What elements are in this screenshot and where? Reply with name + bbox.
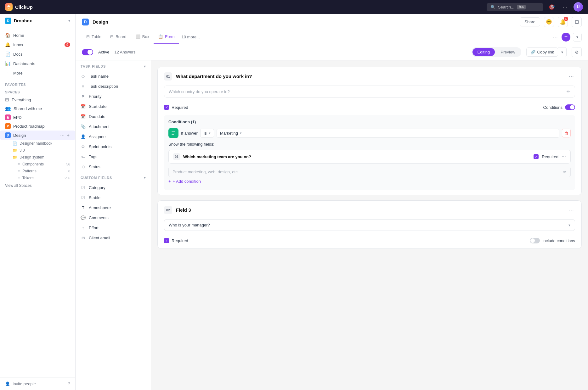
search-bar[interactable]: 🔍 Search... ⌘K [487, 3, 543, 11]
add-condition-btn[interactable]: + + Add condition [168, 177, 571, 186]
field1-footer: Required Conditions [158, 101, 581, 115]
sidebar-item-patterns[interactable]: ≡ Patterns 8 [0, 168, 75, 175]
field2-include-conditions-row: Include conditions [530, 238, 575, 243]
sidebar-item-tokens[interactable]: ≡ Tokens 256 [0, 175, 75, 181]
delete-condition-btn[interactable]: 🗑 [562, 129, 571, 137]
field-item-effort[interactable]: ↕ Effort [76, 223, 151, 233]
add-field-btn[interactable]: + [562, 33, 570, 42]
field-item-start-date[interactable]: 📅 Start date [76, 101, 151, 111]
pencil-icon-2: ✏ [563, 170, 567, 174]
field-item-task-name[interactable]: ◇ Task name [76, 71, 151, 81]
copy-link-btn[interactable]: 🔗 Copy link [526, 47, 558, 57]
design-more-btn[interactable]: ⋯ [59, 132, 65, 138]
field1-conditions-toggle[interactable] [565, 104, 575, 110]
field-item-attachment[interactable]: 📎 Attachment [76, 121, 151, 131]
field-item-priority[interactable]: ⚑ Priority [76, 91, 151, 101]
field-item-due-date[interactable]: 📅 Due date [76, 111, 151, 121]
conditions-title: Conditions (1) [168, 120, 571, 124]
workspace-header[interactable]: D Dropbox ▾ [0, 14, 75, 28]
operator-select[interactable]: Is ▾ [200, 129, 214, 138]
cond-field-menu-btn[interactable]: ⋯ [562, 154, 566, 159]
sidebar-item-docs[interactable]: 📄 Docs [0, 49, 75, 59]
task-fields-header[interactable]: TASK FIELDS ▾ [76, 60, 151, 71]
tab-board-label: Board [116, 34, 127, 39]
sidebar-docs-label: Docs [13, 52, 70, 57]
sidebar-item-design[interactable]: D Design ⋯ + [0, 131, 75, 140]
tab-table[interactable]: ⊞ Table [82, 30, 106, 44]
tab-board[interactable]: ⊟ Board [106, 30, 131, 44]
tab-form[interactable]: 📋 Form [154, 30, 179, 44]
field2-include-conditions-toggle[interactable] [530, 238, 540, 243]
field1-menu-btn[interactable]: ⋯ [568, 72, 575, 81]
settings-btn[interactable]: ⚙ [572, 47, 582, 57]
avatar[interactable]: U [574, 2, 583, 12]
field-item-comments[interactable]: 💬 Comments [76, 213, 151, 223]
target-icon-btn[interactable]: 🎯 [547, 2, 557, 12]
list-icon-3: ≡ [18, 176, 20, 180]
sidebar-item-epd[interactable]: E EPD [0, 113, 75, 122]
collapse-btn[interactable]: ▾ [573, 33, 582, 42]
field1-input[interactable]: Which country do you operate in? ✏ [164, 86, 575, 98]
workspace-arrow: ▾ [68, 19, 70, 23]
due-date-icon: 📅 [81, 114, 86, 119]
table-icon: ⊞ [86, 34, 90, 39]
tabs-more-btn[interactable]: 10 more... [179, 35, 203, 39]
field1-required-checkbox[interactable] [164, 105, 169, 110]
field2-select[interactable]: Who is your manager? ▾ [164, 219, 575, 231]
product-roadmap-label: Product roadmap [13, 124, 45, 129]
sidebar-item-inbox[interactable]: 🔔 Inbox 9 [0, 40, 75, 49]
field-item-assignee[interactable]: 👤 Assignee [76, 131, 151, 142]
notifications-btn[interactable]: 🔔 1 [558, 17, 568, 27]
app-logo[interactable]: ClickUp [5, 3, 33, 11]
view-all-spaces[interactable]: View all Spaces [0, 181, 75, 190]
editing-btn[interactable]: Editing [472, 48, 495, 56]
pencil-icon-1[interactable]: ✏ [567, 89, 570, 94]
list-icon-2: ≡ [18, 169, 20, 173]
sidebar-item-more[interactable]: ⋯ More [0, 68, 75, 78]
target-icon: 🎯 [549, 4, 555, 10]
start-date-icon: 📅 [81, 104, 86, 109]
cond-required-checkbox[interactable] [534, 154, 539, 159]
invite-icon: 👤 [5, 382, 10, 386]
cond-field-input[interactable]: Product marketing, web, design, etc. ✏ [168, 167, 571, 177]
tabs-menu-btn[interactable]: ⋯ [551, 33, 559, 41]
sidebar-item-designer-handbook[interactable]: 📄 Designer handbook [0, 140, 75, 147]
field-item-sprint-points[interactable]: ⚙ Sprint points [76, 142, 151, 152]
preview-btn[interactable]: Preview [495, 48, 520, 56]
sprint-points-label: Sprint points [89, 144, 111, 149]
sidebar-item-everything[interactable]: ⊞ Everything [0, 95, 75, 104]
active-toggle[interactable] [82, 49, 93, 55]
field-item-atmosphere[interactable]: T Atmoshpere [76, 203, 151, 213]
sidebar-item-product-roadmap[interactable]: P Product roadmap [0, 122, 75, 131]
custom-fields-header[interactable]: CUSTOM FIELDS ▾ [76, 172, 151, 182]
field-item-client-email[interactable]: ✉ Client email [76, 233, 151, 243]
sidebar-item-dashboards[interactable]: 📊 Dashboards [0, 59, 75, 68]
emoji-btn[interactable]: 😊 [544, 17, 554, 27]
sidebar-item-shared[interactable]: 👥 Shared with me [0, 104, 75, 113]
condition-value-select[interactable]: Marketing ▾ [217, 129, 559, 138]
sidebar-item-3-0[interactable]: 📁 3.0 [0, 147, 75, 154]
operator-value: Is [204, 131, 207, 136]
share-button[interactable]: Share [520, 17, 540, 26]
copy-link-chevron-btn[interactable]: ▾ [558, 47, 567, 57]
field2-menu-btn[interactable]: ⋯ [568, 206, 575, 214]
field-item-task-description[interactable]: ≡ Task description [76, 81, 151, 91]
status-icon: ⊙ [81, 164, 86, 169]
field-item-status[interactable]: ⊙ Status [76, 162, 151, 172]
sidebar-item-home[interactable]: 🏠 Home [0, 31, 75, 40]
sidebar-item-components[interactable]: ≡ Components 56 [0, 161, 75, 168]
field-item-stable[interactable]: ☑ Stable [76, 192, 151, 203]
sidebar-item-design-system[interactable]: 📁 Design system [0, 154, 75, 161]
if-answer-label: If answer [181, 131, 198, 136]
doc-icon: 📄 [13, 141, 17, 146]
design-add-btn[interactable]: + [66, 132, 70, 138]
field-item-category[interactable]: ☑ Category [76, 182, 151, 192]
page-header-menu-btn[interactable]: ⋯ [113, 19, 118, 25]
tab-box[interactable]: ⬜ Box [131, 30, 154, 44]
layout-btn[interactable]: ⊞ [572, 17, 582, 27]
field2-required-checkbox[interactable] [164, 238, 169, 243]
grid-icon-btn[interactable]: ⋯ [560, 2, 570, 12]
field-item-tags[interactable]: 🏷 Tags [76, 152, 151, 162]
invite-people-btn[interactable]: 👤 Invite people ? [0, 377, 75, 390]
copy-link-label: Copy link [537, 50, 554, 54]
